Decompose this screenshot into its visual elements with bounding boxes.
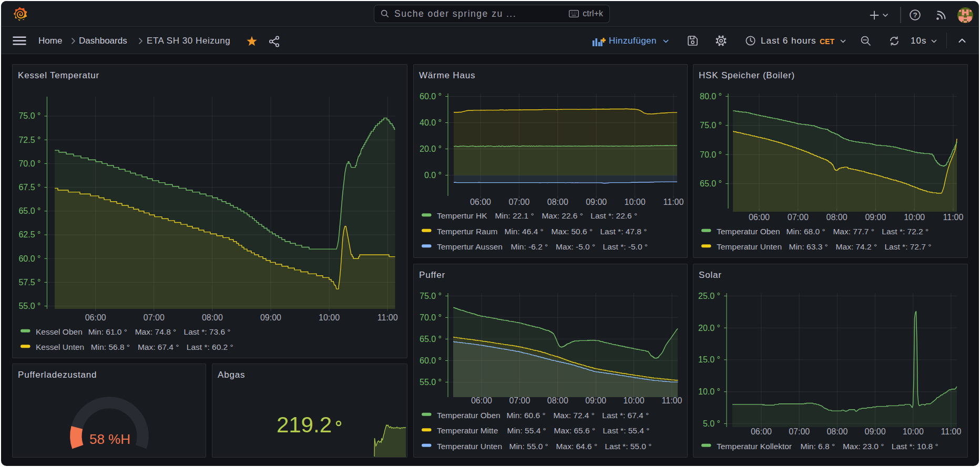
svg-text:Min: -6.2 °: Min: -6.2 ° (511, 242, 548, 251)
svg-text:58 %H: 58 %H (89, 431, 130, 447)
svg-text:70.0 °: 70.0 ° (700, 150, 722, 159)
svg-text:65.0 °: 65.0 ° (420, 335, 442, 344)
svg-text:Last *: -5.0 °: Last *: -5.0 ° (603, 242, 648, 251)
svg-text:07:00: 07:00 (144, 313, 165, 322)
svg-text:10:00: 10:00 (319, 313, 340, 322)
svg-text:Min: 6.8 °: Min: 6.8 ° (801, 442, 835, 451)
svg-text:09:00: 09:00 (865, 213, 886, 222)
svg-text:Min: 60.6 °: Min: 60.6 ° (506, 411, 545, 420)
svg-text:09:00: 09:00 (865, 427, 886, 436)
svg-text:Kessel Oben: Kessel Oben (36, 327, 83, 336)
svg-text:Temperatur Mitte: Temperatur Mitte (437, 426, 498, 435)
svg-text:62.5 °: 62.5 ° (18, 230, 40, 239)
svg-text:08:00: 08:00 (547, 198, 568, 206)
svg-text:09:00: 09:00 (585, 396, 606, 405)
svg-text:Min: 63.3 °: Min: 63.3 ° (789, 242, 828, 251)
svg-text:06:00: 06:00 (470, 198, 491, 206)
svg-text:60.0 °: 60.0 ° (420, 92, 442, 101)
svg-text:Last *: 22.6 °: Last *: 22.6 ° (590, 211, 637, 220)
svg-text:Tempertur Raum: Tempertur Raum (437, 227, 497, 236)
svg-text:Max: 74.2 °: Max: 74.2 ° (836, 242, 877, 251)
svg-text:Tempertur Aussen: Tempertur Aussen (437, 242, 503, 251)
svg-text:07:00: 07:00 (509, 396, 530, 405)
svg-text:57.5 °: 57.5 ° (18, 278, 40, 287)
svg-text:11:00: 11:00 (377, 313, 398, 322)
svg-text:Max: 23.0 °: Max: 23.0 ° (843, 442, 884, 451)
svg-text:Min: 46.4 °: Min: 46.4 ° (505, 227, 544, 236)
svg-text:55.0 °: 55.0 ° (420, 378, 442, 387)
svg-text:08:00: 08:00 (547, 396, 568, 405)
svg-text:Max: 74.8 °: Max: 74.8 ° (135, 327, 177, 336)
svg-text:09:00: 09:00 (586, 198, 607, 206)
svg-text:07:00: 07:00 (508, 198, 529, 206)
svg-text:Min: 56.8 °: Min: 56.8 ° (91, 343, 130, 351)
svg-text:06:00: 06:00 (749, 213, 770, 222)
svg-text:65.0 °: 65.0 ° (700, 179, 722, 188)
svg-text:70.0 °: 70.0 ° (18, 159, 40, 168)
svg-text:Min: 55.0 °: Min: 55.0 ° (509, 442, 548, 451)
svg-text:07:00: 07:00 (788, 213, 809, 222)
svg-text:11:00: 11:00 (663, 198, 684, 206)
svg-text:Temperatur Kollektor: Temperatur Kollektor (717, 442, 792, 451)
svg-text:80.0 °: 80.0 ° (700, 92, 722, 101)
svg-text:25.0 °: 25.0 ° (698, 292, 720, 300)
svg-text:Tempertur HK: Tempertur HK (437, 211, 487, 220)
svg-text:Min: 55.4 °: Min: 55.4 ° (507, 426, 546, 435)
svg-text:11:00: 11:00 (662, 396, 682, 405)
svg-text:75.0 °: 75.0 ° (18, 111, 40, 120)
svg-text:10.0 °: 10.0 ° (698, 387, 720, 396)
svg-text:Last *: 55.4 °: Last *: 55.4 ° (603, 426, 650, 435)
svg-text:Max: 67.4 °: Max: 67.4 ° (138, 343, 179, 351)
svg-text:10:00: 10:00 (903, 427, 924, 436)
svg-text:15.0 °: 15.0 ° (698, 355, 720, 364)
svg-text:70.0 °: 70.0 ° (420, 313, 442, 322)
svg-text:60.0 °: 60.0 ° (18, 254, 40, 263)
svg-text:Max: 64.6 °: Max: 64.6 ° (556, 442, 598, 451)
svg-text:20.0 °: 20.0 ° (420, 144, 442, 153)
svg-text:06:00: 06:00 (85, 313, 106, 322)
svg-text:Last *: 73.6 °: Last *: 73.6 ° (184, 327, 231, 336)
svg-text:Max: 22.6 °: Max: 22.6 ° (542, 211, 583, 220)
svg-text:09:00: 09:00 (260, 313, 281, 322)
svg-text:Max: 77.7 °: Max: 77.7 ° (833, 227, 874, 236)
svg-text:07:00: 07:00 (789, 427, 810, 436)
svg-text:Temperatur Oben: Temperatur Oben (437, 411, 501, 420)
svg-text:Temperatur Unten: Temperatur Unten (717, 242, 782, 251)
svg-text:Last *: 47.8 °: Last *: 47.8 ° (600, 227, 647, 236)
svg-text:75.0 °: 75.0 ° (420, 292, 442, 300)
svg-text:10:00: 10:00 (625, 198, 646, 206)
svg-text:06:00: 06:00 (751, 427, 772, 436)
svg-text:40.0 °: 40.0 ° (420, 118, 442, 127)
svg-text:Max: -5.0 °: Max: -5.0 ° (556, 242, 595, 251)
svg-text:55.0 °: 55.0 ° (18, 302, 40, 310)
svg-text:08:00: 08:00 (826, 213, 848, 222)
svg-text:Kessel Unten: Kessel Unten (36, 343, 84, 351)
svg-text:Min: 68.0 °: Min: 68.0 ° (786, 227, 825, 236)
svg-text:Max: 72.4 °: Max: 72.4 ° (553, 411, 595, 420)
svg-text:Max: 50.6 °: Max: 50.6 ° (552, 227, 593, 236)
svg-text:219.2: 219.2 (277, 412, 332, 437)
svg-text:10:00: 10:00 (624, 396, 645, 405)
svg-text:Max: 65.6 °: Max: 65.6 ° (554, 426, 596, 435)
svg-text:Min: 61.0 °: Min: 61.0 ° (88, 327, 127, 336)
svg-text:Last *: 10.8 °: Last *: 10.8 ° (892, 442, 938, 451)
svg-text:Temperatur Unten: Temperatur Unten (437, 442, 502, 451)
svg-text:11:00: 11:00 (941, 427, 962, 436)
svg-text:Min: 22.1 °: Min: 22.1 ° (495, 211, 534, 220)
svg-text:Temperatur Oben: Temperatur Oben (717, 227, 780, 236)
svg-text:67.5 °: 67.5 ° (18, 183, 40, 192)
svg-text:20.0 °: 20.0 ° (698, 324, 720, 333)
svg-text:06:00: 06:00 (471, 396, 492, 405)
svg-text:08:00: 08:00 (826, 427, 848, 436)
svg-text:5.0 °: 5.0 ° (703, 419, 720, 428)
svg-text:0.0 °: 0.0 ° (424, 171, 442, 180)
svg-text:Last *: 60.2 °: Last *: 60.2 ° (187, 343, 233, 351)
svg-text:Last *: 55.0 °: Last *: 55.0 ° (605, 442, 652, 451)
svg-text:Last *: 72.2 °: Last *: 72.2 ° (882, 227, 928, 236)
svg-text:10:00: 10:00 (904, 213, 925, 222)
svg-text:60.0 °: 60.0 ° (420, 356, 442, 365)
svg-text:08:00: 08:00 (202, 313, 223, 322)
svg-text:Last *: 67.4 °: Last *: 67.4 ° (602, 411, 649, 420)
svg-text:65.0 °: 65.0 ° (18, 206, 40, 215)
svg-text:75.0 °: 75.0 ° (700, 121, 722, 130)
